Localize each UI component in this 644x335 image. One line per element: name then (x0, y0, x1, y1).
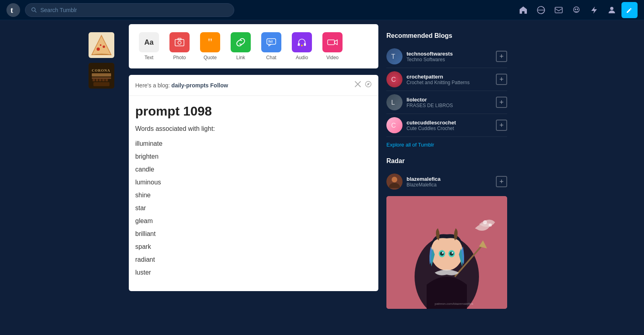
home-button[interactable] (515, 2, 531, 18)
search-input[interactable] (40, 7, 228, 13)
corona-typewriter-image: CORONA (89, 63, 114, 89)
recommended-blog-item: T technosoftwarests Techno Softwares + (386, 45, 507, 68)
blog-name-link[interactable]: daily-prompts (171, 82, 209, 89)
post-word-item: luster (135, 266, 372, 279)
blog-avatar-cutecuddlescrochet[interactable]: C (386, 117, 402, 133)
post-type-chat[interactable]: hi! Chat (259, 32, 283, 60)
explore-tumblr-link[interactable]: Explore all of Tumblr (386, 142, 507, 148)
svg-rect-19 (93, 79, 95, 81)
radar-section: Radar blazemalefica BlazeMalefica + (386, 157, 507, 309)
pizza-avatar-image (90, 34, 113, 56)
tumblr-logo[interactable]: t (6, 3, 20, 17)
svg-line-3 (35, 10, 37, 12)
post-header-text: Here's a blog: daily-prompts Follow (135, 82, 351, 89)
svg-rect-21 (99, 79, 101, 81)
recommended-blog-item: C cutecuddlescrochet Cute Cuddles Croche… (386, 114, 507, 137)
svg-point-60 (489, 223, 492, 227)
follow-button-liolector[interactable]: + (496, 97, 507, 108)
svg-rect-18 (92, 77, 111, 79)
blog-avatar-liolector[interactable]: L (386, 94, 402, 110)
post-type-video[interactable]: Video (320, 32, 345, 60)
close-icon (354, 81, 361, 88)
post-word-item: star (135, 202, 372, 215)
chat-post-icon: hi! (261, 32, 281, 52)
close-post-button[interactable] (354, 81, 361, 90)
explore-icon (537, 6, 545, 14)
home-icon (519, 6, 528, 14)
follow-button-crochetpattern[interactable]: + (496, 74, 507, 85)
blog-name-technosoftwarests: technosoftwarests (407, 51, 492, 57)
svg-point-2 (32, 8, 35, 11)
radar-follow-button[interactable]: + (496, 176, 507, 187)
svg-text:L: L (391, 99, 395, 106)
post-word-item: gleam (135, 215, 372, 227)
video-post-icon (322, 32, 343, 52)
post-card-header: Here's a blog: daily-prompts Follow (129, 75, 378, 96)
compass-icon (365, 81, 372, 88)
svg-rect-23 (105, 79, 108, 81)
svg-rect-30 (298, 43, 300, 46)
user-avatar-pizza[interactable] (89, 32, 114, 58)
svg-point-7 (575, 9, 576, 10)
svg-rect-17 (92, 73, 111, 77)
blog-desc-cutecuddlescrochet: Cute Cuddles Crochet (407, 126, 492, 131)
activity-button[interactable] (568, 2, 584, 18)
svg-text:C: C (391, 76, 396, 83)
svg-point-32 (301, 45, 303, 46)
post-type-link[interactable]: Link (229, 32, 253, 60)
radar-artwork: patreon.com/blazemalefica (386, 196, 507, 309)
svg-point-13 (103, 45, 105, 48)
page-content: CORONA Aa Text (80, 0, 564, 309)
svg-point-56 (452, 252, 453, 254)
post-type-quote[interactable]: " Quote (198, 32, 222, 60)
post-type-audio[interactable]: Audio (290, 32, 314, 60)
svg-point-12 (97, 48, 100, 51)
post-word-item: shine (135, 189, 372, 202)
svg-point-14 (100, 44, 101, 46)
svg-text:C: C (391, 122, 396, 129)
recommended-blogs-list: T technosoftwarests Techno Softwares + C… (386, 45, 507, 137)
more-options-button[interactable] (365, 81, 372, 90)
svg-point-47 (392, 177, 397, 182)
radar-blog-avatar[interactable] (386, 174, 402, 190)
recommended-blog-item: C crochetpattern Crochet and Knitting Pa… (386, 68, 507, 91)
svg-rect-25 (175, 39, 184, 46)
radar-image[interactable]: patreon.com/blazemalefica (386, 196, 507, 309)
blog-desc-liolector: FRASES DE LIBROS (407, 103, 492, 108)
link-icon (235, 37, 246, 48)
follow-button-technosoftwarests[interactable]: + (496, 51, 507, 62)
svg-point-9 (610, 7, 613, 10)
post-word-item: brilliant (135, 227, 372, 240)
follow-button-cutecuddlescrochet[interactable]: + (496, 120, 507, 131)
inbox-button[interactable] (551, 2, 567, 18)
link-post-icon (231, 32, 251, 52)
recommended-blog-item: L liolector FRASES DE LIBROS + (386, 91, 507, 114)
text-post-icon: Aa (139, 32, 159, 52)
svg-point-8 (577, 9, 578, 10)
blog-info-crochetpattern: crochetpattern Crochet and Knitting Patt… (407, 74, 492, 85)
chat-bubble-icon: hi! (266, 37, 277, 48)
post-header-actions (354, 81, 372, 90)
explore-button[interactable] (533, 2, 549, 18)
search-bar[interactable] (25, 3, 234, 17)
svg-text:T: T (391, 53, 395, 60)
post-intro: Words associated with light: (135, 125, 372, 132)
post-type-photo[interactable]: Photo (167, 32, 192, 60)
radar-blog-desc: BlazeMalefica (407, 182, 492, 188)
svg-rect-20 (96, 79, 98, 81)
user-avatar-corona[interactable]: CORONA (89, 63, 114, 89)
lightning-button[interactable] (586, 2, 602, 18)
radar-title: Radar (386, 157, 507, 165)
post-word-item: spark (135, 240, 372, 253)
post-type-text[interactable]: Aa Text (137, 32, 161, 60)
audio-post-icon (292, 32, 312, 52)
blog-avatar-crochetpattern[interactable]: C (386, 71, 402, 87)
svg-point-53 (440, 252, 444, 256)
svg-text:CORONA: CORONA (92, 68, 110, 72)
camera-icon (174, 37, 185, 48)
compose-button[interactable] (621, 2, 638, 18)
blog-avatar-technosoftwarests[interactable]: T (386, 48, 402, 64)
video-camera-icon (327, 37, 338, 48)
follow-link[interactable]: Follow (210, 82, 228, 89)
account-button[interactable] (604, 2, 620, 18)
